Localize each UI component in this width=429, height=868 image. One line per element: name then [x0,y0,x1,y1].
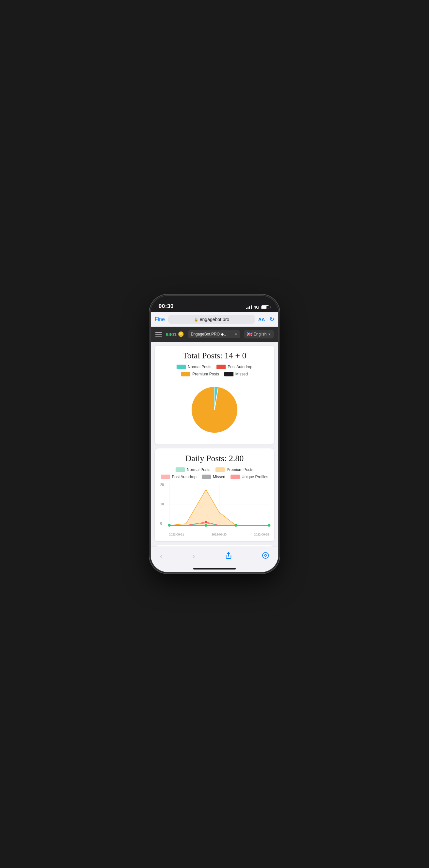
daily-posts-title: Daily Posts: 2.80 [160,454,269,463]
normal-posts-label: Normal Posts [188,365,211,369]
pie-chart-container [160,380,269,439]
legend-item-normal: Normal Posts [176,365,211,369]
y-label-10: 10 [160,502,164,506]
reader-mode-button[interactable]: AA [258,317,265,322]
missed-label: Missed [235,372,248,376]
daily-unique-color [231,474,240,479]
line-chart-svg [169,483,269,525]
browser-bar: Fine 🔒 engagebot.pro AA ↻ [151,312,278,327]
svg-point-5 [265,554,266,556]
network-type: 4G [254,305,259,310]
daily-legend-normal: Normal Posts [175,467,210,472]
unique-dot-4 [268,524,270,527]
browser-address-bar[interactable]: 🔒 engagebot.pro [168,315,255,324]
home-indicator [151,565,278,572]
x-label-3: 2022-08-25 [254,533,269,536]
refresh-button[interactable]: ↻ [269,316,274,323]
unique-dot-1 [168,524,171,527]
svg-point-4 [263,552,268,558]
browser-actions: AA ↻ [258,316,274,323]
coin-icon: 🪙 [178,331,184,337]
daily-posts-legend: Normal Posts Premium Posts Post Autodrop… [160,467,269,479]
daily-legend-unique: Unique Profiles [231,474,268,479]
app-selector-dropdown[interactable]: EngageBot.PRO ◆.. ▼ [188,330,240,338]
status-time: 00:30 [159,303,174,310]
chevron-down-icon: ▼ [234,333,238,336]
unique-dot-2 [205,524,207,527]
daily-posts-card: Daily Posts: 2.80 Normal Posts Premium P… [155,448,274,541]
phone-notch [190,296,239,306]
daily-legend-premium: Premium Posts [216,467,253,472]
status-icons: 4G [246,305,270,310]
normal-posts-color [176,365,186,369]
daily-normal-label: Normal Posts [187,467,210,472]
flag-icon: 🇬🇧 [247,332,253,337]
daily-normal-color [175,467,185,472]
daily-premium-label: Premium Posts [227,467,253,472]
unique-dot-3 [234,524,237,527]
app-selector-label: EngageBot.PRO ◆.. [191,332,226,337]
total-posts-title: Total Posts: 14 + 0 [160,351,269,361]
legend-item-missed: Missed [224,372,248,376]
hamburger-menu-button[interactable] [155,332,162,337]
premium-posts-color [181,372,190,376]
daily-unique-label: Unique Profiles [242,474,268,479]
total-posts-card: Total Posts: 14 + 0 Normal Posts Post Au… [155,346,274,444]
language-label: English [254,332,266,337]
x-label-1: 2022-08-21 [169,533,184,536]
language-selector-dropdown[interactable]: 🇬🇧 English ▼ [244,330,274,338]
signal-bars-icon [246,305,252,309]
coins-display: 9401 🪙 [166,331,184,337]
autodrop-label: Post Autodrop [228,365,252,369]
premium-posts-label: Premium Posts [192,372,219,376]
battery-icon [261,305,270,309]
language-chevron-icon: ▼ [268,333,271,336]
y-label-20: 20 [160,483,164,487]
total-posts-legend: Normal Posts Post Autodrop Premium Posts… [160,365,269,376]
total-posts-pie-chart [188,383,241,436]
legend-item-premium: Premium Posts [181,372,219,376]
x-label-2: 2022-08-23 [211,533,227,536]
browser-back-button[interactable]: ‹ [159,550,164,562]
daily-missed-label: Missed [213,474,225,479]
daily-legend-missed: Missed [202,474,225,479]
address-text: engagebot.pro [200,317,229,322]
main-content: Total Posts: 14 + 0 Normal Posts Post Au… [151,342,278,547]
daily-missed-color [202,474,211,479]
browser-forward-button[interactable]: › [191,550,196,562]
home-pill [193,568,236,569]
lock-icon: 🔒 [194,317,198,322]
autodrop-color [217,365,226,369]
coin-count: 9401 [166,332,176,337]
missed-color [224,372,233,376]
legend-item-autodrop: Post Autodrop [217,365,252,369]
autodrop-dot [205,521,207,523]
daily-autodrop-color [161,474,170,479]
bottom-browser-bar: ‹ › [151,547,278,565]
daily-posts-chart: 20 10 0 [160,483,269,536]
y-label-0: 0 [160,522,164,525]
daily-autodrop-label: Post Autodrop [172,474,197,479]
browser-back-label[interactable]: Fine [155,316,165,322]
daily-legend-autodrop: Post Autodrop [161,474,197,479]
phone-frame: 00:30 4G Fine 🔒 engagebot.pro AA [151,296,278,572]
share-button[interactable] [224,551,233,562]
daily-premium-color [216,467,225,472]
compass-button[interactable] [261,551,270,562]
app-nav-bar: 9401 🪙 EngageBot.PRO ◆.. ▼ 🇬🇧 English ▼ [151,327,278,342]
